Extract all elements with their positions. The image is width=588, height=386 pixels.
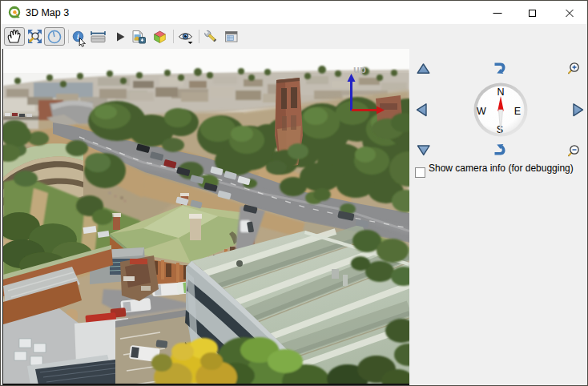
svg-text:W: W (477, 106, 486, 117)
svg-text:E: E (514, 106, 521, 117)
svg-text:i: i (77, 33, 79, 41)
svg-text:N: N (497, 86, 504, 98)
